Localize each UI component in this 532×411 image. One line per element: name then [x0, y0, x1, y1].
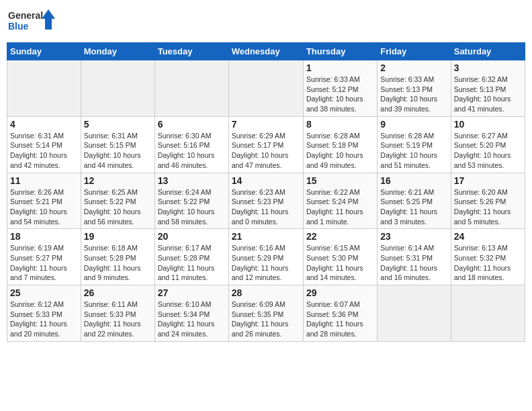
day-info: Sunrise: 6:12 AMSunset: 5:33 PMDaylight:… [10, 300, 78, 339]
calendar-cell: 3Sunrise: 6:32 AMSunset: 5:13 PMDaylight… [451, 60, 525, 117]
header-day-monday: Monday [81, 43, 154, 60]
calendar-week-5: 25Sunrise: 6:12 AMSunset: 5:33 PMDayligh… [7, 285, 525, 342]
calendar-cell: 5Sunrise: 6:31 AMSunset: 5:15 PMDaylight… [81, 116, 154, 173]
calendar-cell: 26Sunrise: 6:11 AMSunset: 5:33 PMDayligh… [81, 285, 154, 342]
calendar-cell: 4Sunrise: 6:31 AMSunset: 5:14 PMDaylight… [7, 116, 81, 173]
calendar-header: SundayMondayTuesdayWednesdayThursdayFrid… [7, 43, 525, 60]
day-info: Sunrise: 6:31 AMSunset: 5:15 PMDaylight:… [84, 131, 152, 171]
header-day-saturday: Saturday [451, 43, 525, 60]
day-number: 21 [232, 231, 300, 242]
calendar-cell: 6Sunrise: 6:30 AMSunset: 5:16 PMDaylight… [154, 116, 228, 173]
calendar-cell: 18Sunrise: 6:19 AMSunset: 5:27 PMDayligh… [7, 229, 81, 285]
calendar-cell: 25Sunrise: 6:12 AMSunset: 5:33 PMDayligh… [7, 285, 81, 342]
svg-text:General: General [8, 10, 43, 21]
header-day-sunday: Sunday [7, 43, 81, 60]
day-info: Sunrise: 6:11 AMSunset: 5:33 PMDaylight:… [84, 300, 152, 339]
svg-text:Blue: Blue [8, 21, 29, 32]
day-info: Sunrise: 6:32 AMSunset: 5:13 PMDaylight:… [454, 75, 522, 114]
calendar-cell: 13Sunrise: 6:24 AMSunset: 5:22 PMDayligh… [154, 173, 228, 229]
calendar-week-3: 11Sunrise: 6:26 AMSunset: 5:21 PMDayligh… [7, 173, 525, 229]
calendar-cell: 27Sunrise: 6:10 AMSunset: 5:34 PMDayligh… [154, 285, 228, 342]
day-info: Sunrise: 6:20 AMSunset: 5:26 PMDaylight:… [454, 187, 522, 227]
day-info: Sunrise: 6:07 AMSunset: 5:36 PMDaylight:… [306, 300, 374, 339]
calendar-cell: 7Sunrise: 6:29 AMSunset: 5:17 PMDaylight… [228, 116, 303, 173]
calendar-week-1: 1Sunrise: 6:33 AMSunset: 5:12 PMDaylight… [7, 60, 525, 117]
day-number: 4 [10, 119, 78, 130]
day-number: 11 [10, 175, 78, 186]
calendar-cell: 2Sunrise: 6:33 AMSunset: 5:13 PMDaylight… [378, 60, 451, 117]
day-info: Sunrise: 6:23 AMSunset: 5:23 PMDaylight:… [232, 187, 300, 227]
calendar-week-2: 4Sunrise: 6:31 AMSunset: 5:14 PMDaylight… [7, 116, 525, 173]
day-info: Sunrise: 6:25 AMSunset: 5:22 PMDaylight:… [84, 187, 152, 227]
day-info: Sunrise: 6:15 AMSunset: 5:30 PMDaylight:… [306, 243, 374, 283]
day-number: 8 [306, 119, 374, 130]
header-day-thursday: Thursday [303, 43, 377, 60]
logo: General Blue [7, 7, 60, 37]
calendar-cell: 24Sunrise: 6:13 AMSunset: 5:32 PMDayligh… [451, 229, 525, 285]
day-info: Sunrise: 6:30 AMSunset: 5:16 PMDaylight:… [158, 131, 226, 171]
day-number: 5 [84, 119, 152, 130]
calendar-cell: 20Sunrise: 6:17 AMSunset: 5:28 PMDayligh… [154, 229, 228, 285]
calendar-cell: 14Sunrise: 6:23 AMSunset: 5:23 PMDayligh… [228, 173, 303, 229]
day-info: Sunrise: 6:17 AMSunset: 5:28 PMDaylight:… [158, 243, 226, 283]
calendar-cell: 23Sunrise: 6:14 AMSunset: 5:31 PMDayligh… [378, 229, 451, 285]
header-day-wednesday: Wednesday [228, 43, 303, 60]
day-number: 27 [158, 287, 226, 298]
day-number: 12 [84, 175, 152, 186]
day-number: 16 [380, 175, 447, 186]
day-number: 22 [306, 231, 374, 242]
day-number: 3 [454, 62, 522, 73]
calendar-cell: 17Sunrise: 6:20 AMSunset: 5:26 PMDayligh… [451, 173, 525, 229]
header-day-friday: Friday [378, 43, 451, 60]
day-number: 1 [306, 62, 374, 73]
calendar-cell: 1Sunrise: 6:33 AMSunset: 5:12 PMDaylight… [303, 60, 377, 117]
day-number: 10 [454, 119, 522, 130]
day-number: 9 [380, 119, 447, 130]
day-info: Sunrise: 6:33 AMSunset: 5:13 PMDaylight:… [380, 75, 447, 114]
day-info: Sunrise: 6:22 AMSunset: 5:24 PMDaylight:… [306, 187, 374, 227]
day-number: 17 [454, 175, 522, 186]
day-info: Sunrise: 6:19 AMSunset: 5:27 PMDaylight:… [10, 243, 78, 283]
day-number: 19 [84, 231, 152, 242]
calendar-cell: 28Sunrise: 6:09 AMSunset: 5:35 PMDayligh… [228, 285, 303, 342]
day-number: 13 [158, 175, 226, 186]
day-number: 28 [232, 287, 300, 298]
calendar-cell [378, 285, 451, 342]
day-number: 26 [84, 287, 152, 298]
calendar-cell [228, 60, 303, 117]
calendar-table: SundayMondayTuesdayWednesdayThursdayFrid… [7, 42, 525, 342]
svg-marker-2 [42, 9, 55, 30]
calendar-cell: 16Sunrise: 6:21 AMSunset: 5:25 PMDayligh… [378, 173, 451, 229]
day-info: Sunrise: 6:31 AMSunset: 5:14 PMDaylight:… [10, 131, 78, 171]
calendar-cell [154, 60, 228, 117]
day-info: Sunrise: 6:14 AMSunset: 5:31 PMDaylight:… [380, 243, 447, 283]
page-header: General Blue [7, 7, 525, 37]
day-info: Sunrise: 6:18 AMSunset: 5:28 PMDaylight:… [84, 243, 152, 283]
day-info: Sunrise: 6:13 AMSunset: 5:32 PMDaylight:… [454, 243, 522, 283]
day-number: 14 [232, 175, 300, 186]
calendar-cell: 29Sunrise: 6:07 AMSunset: 5:36 PMDayligh… [303, 285, 377, 342]
day-number: 7 [232, 119, 300, 130]
header-day-tuesday: Tuesday [154, 43, 228, 60]
header-row: SundayMondayTuesdayWednesdayThursdayFrid… [7, 43, 525, 60]
day-info: Sunrise: 6:27 AMSunset: 5:20 PMDaylight:… [454, 131, 522, 171]
calendar-body: 1Sunrise: 6:33 AMSunset: 5:12 PMDaylight… [7, 60, 525, 342]
calendar-cell: 10Sunrise: 6:27 AMSunset: 5:20 PMDayligh… [451, 116, 525, 173]
day-info: Sunrise: 6:33 AMSunset: 5:12 PMDaylight:… [306, 75, 374, 114]
day-info: Sunrise: 6:21 AMSunset: 5:25 PMDaylight:… [380, 187, 447, 227]
calendar-cell: 19Sunrise: 6:18 AMSunset: 5:28 PMDayligh… [81, 229, 154, 285]
calendar-cell: 21Sunrise: 6:16 AMSunset: 5:29 PMDayligh… [228, 229, 303, 285]
day-number: 6 [158, 119, 226, 130]
calendar-week-4: 18Sunrise: 6:19 AMSunset: 5:27 PMDayligh… [7, 229, 525, 285]
calendar-cell: 15Sunrise: 6:22 AMSunset: 5:24 PMDayligh… [303, 173, 377, 229]
calendar-cell: 12Sunrise: 6:25 AMSunset: 5:22 PMDayligh… [81, 173, 154, 229]
day-info: Sunrise: 6:29 AMSunset: 5:17 PMDaylight:… [232, 131, 300, 171]
day-number: 25 [10, 287, 78, 298]
calendar-cell [7, 60, 81, 117]
day-info: Sunrise: 6:24 AMSunset: 5:22 PMDaylight:… [158, 187, 226, 227]
day-info: Sunrise: 6:28 AMSunset: 5:18 PMDaylight:… [306, 131, 374, 171]
calendar-cell: 8Sunrise: 6:28 AMSunset: 5:18 PMDaylight… [303, 116, 377, 173]
day-number: 23 [380, 231, 447, 242]
day-info: Sunrise: 6:09 AMSunset: 5:35 PMDaylight:… [232, 300, 300, 339]
logo-svg: General Blue [7, 7, 60, 37]
